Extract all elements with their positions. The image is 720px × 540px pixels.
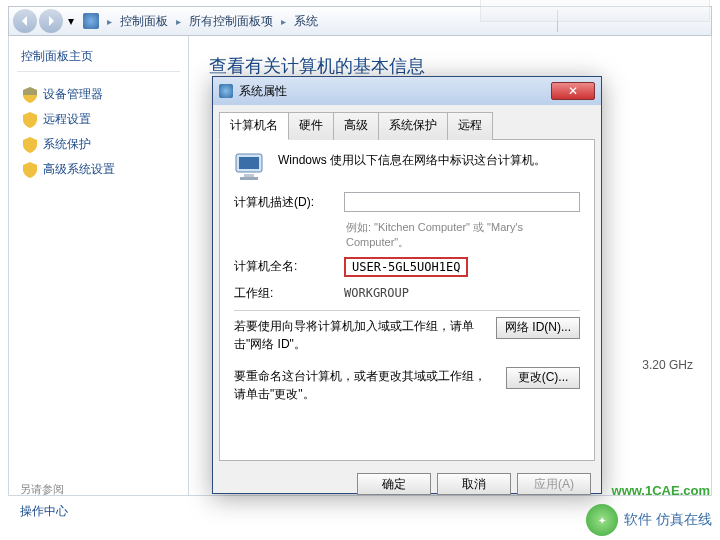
apply-button[interactable]: 应用(A) xyxy=(517,473,591,495)
cancel-button[interactable]: 取消 xyxy=(437,473,511,495)
watermark-text: 软件 仿真在线 xyxy=(624,511,712,529)
intro-text: Windows 使用以下信息在网络中标识这台计算机。 xyxy=(278,152,546,182)
shield-icon xyxy=(23,87,37,103)
sidebar-item-label: 远程设置 xyxy=(43,111,91,128)
breadcrumb-system[interactable]: 系统 xyxy=(290,11,322,32)
network-id-note: 若要使用向导将计算机加入域或工作组，请单击"网络 ID"。 xyxy=(234,317,486,353)
watermark-brand: ✦ 软件 仿真在线 xyxy=(586,504,712,536)
svg-rect-2 xyxy=(244,174,254,177)
page-title: 查看有关计算机的基本信息 xyxy=(209,54,691,78)
tab-remote[interactable]: 远程 xyxy=(447,112,493,140)
cpu-spec-label: 3.20 GHz xyxy=(642,358,693,372)
dialog-titlebar[interactable]: 系统属性 ✕ xyxy=(213,77,601,105)
shield-icon xyxy=(23,112,37,128)
system-properties-dialog: 系统属性 ✕ 计算机名 硬件 高级 系统保护 远程 Windows 使用以下信息… xyxy=(212,76,602,494)
tab-hardware[interactable]: 硬件 xyxy=(288,112,334,140)
dialog-icon xyxy=(219,84,233,98)
network-id-button[interactable]: 网络 ID(N)... xyxy=(496,317,580,339)
sidebar: 控制面板主页 设备管理器 远程设置 系统保护 高级系统设置 另请参阅 操作中心 xyxy=(9,36,189,495)
sidebar-item-label: 系统保护 xyxy=(43,136,91,153)
full-computer-name-value: USER-5GL5UOH1EQ xyxy=(344,257,468,277)
sidebar-see-also: 另请参阅 操作中心 xyxy=(20,482,68,520)
breadcrumb-chevron-icon: ▸ xyxy=(174,16,183,27)
breadcrumb-control-panel[interactable]: 控制面板 xyxy=(116,11,172,32)
description-example-text: 例如: "Kitchen Computer" 或 "Mary's Compute… xyxy=(346,220,580,251)
wechat-icon: ✦ xyxy=(586,504,618,536)
nav-history-dropdown[interactable]: ▾ xyxy=(65,10,77,32)
action-center-link[interactable]: 操作中心 xyxy=(20,503,68,520)
svg-rect-1 xyxy=(239,157,259,169)
sidebar-title[interactable]: 控制面板主页 xyxy=(17,48,180,72)
computer-description-label: 计算机描述(D): xyxy=(234,194,336,211)
dialog-tabstrip: 计算机名 硬件 高级 系统保护 远程 xyxy=(213,105,601,139)
breadcrumb-chevron-icon: ▸ xyxy=(279,16,288,27)
nav-forward-button[interactable] xyxy=(39,9,63,33)
workgroup-label: 工作组: xyxy=(234,285,336,302)
sidebar-item-protection[interactable]: 系统保护 xyxy=(17,132,180,157)
full-computer-name-label: 计算机全名: xyxy=(234,258,336,275)
tab-advanced[interactable]: 高级 xyxy=(333,112,379,140)
computer-description-input[interactable] xyxy=(344,192,580,212)
dialog-close-button[interactable]: ✕ xyxy=(551,82,595,100)
tab-panel-computer-name: Windows 使用以下信息在网络中标识这台计算机。 计算机描述(D): 例如:… xyxy=(219,139,595,461)
shield-icon xyxy=(23,137,37,153)
change-button[interactable]: 更改(C)... xyxy=(506,367,580,389)
divider xyxy=(234,310,580,311)
sidebar-item-label: 高级系统设置 xyxy=(43,161,115,178)
tab-computer-name[interactable]: 计算机名 xyxy=(219,112,289,140)
dialog-title: 系统属性 xyxy=(239,83,287,100)
tab-protection[interactable]: 系统保护 xyxy=(378,112,448,140)
shield-icon xyxy=(23,162,37,178)
sidebar-item-advanced[interactable]: 高级系统设置 xyxy=(17,157,180,182)
breadcrumb-chevron-icon: ▸ xyxy=(105,16,114,27)
watermark-url: www.1CAE.com xyxy=(612,483,710,498)
nav-back-button[interactable] xyxy=(13,9,37,33)
change-note: 要重命名这台计算机，或者更改其域或工作组，请单击"更改"。 xyxy=(234,367,496,403)
workgroup-value: WORKGROUP xyxy=(344,286,409,300)
sidebar-item-label: 设备管理器 xyxy=(43,86,103,103)
dialog-footer: 确定 取消 应用(A) xyxy=(213,467,601,495)
svg-rect-3 xyxy=(240,177,258,180)
computer-icon xyxy=(234,152,268,182)
sidebar-item-remote[interactable]: 远程设置 xyxy=(17,107,180,132)
control-panel-icon xyxy=(83,13,99,29)
breadcrumb-all-items[interactable]: 所有控制面板项 xyxy=(185,11,277,32)
see-also-label: 另请参阅 xyxy=(20,482,68,497)
sidebar-item-device-manager[interactable]: 设备管理器 xyxy=(17,82,180,107)
background-window-fragment xyxy=(480,0,710,22)
ok-button[interactable]: 确定 xyxy=(357,473,431,495)
